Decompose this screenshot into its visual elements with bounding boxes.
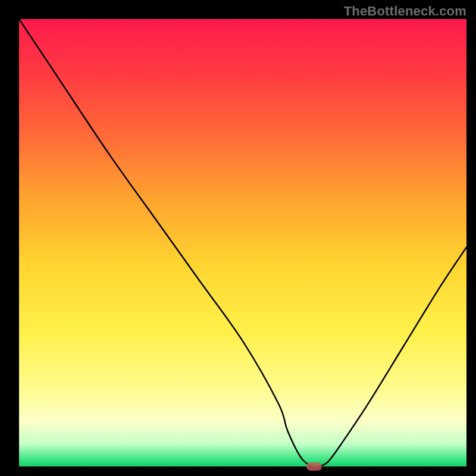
bottleneck-curve [19, 19, 466, 466]
optimal-marker [306, 462, 322, 471]
curve-path [19, 19, 466, 466]
chart-frame: TheBottleneck.com [0, 0, 476, 476]
watermark-text: TheBottleneck.com [344, 4, 466, 19]
plot-area [19, 19, 466, 466]
